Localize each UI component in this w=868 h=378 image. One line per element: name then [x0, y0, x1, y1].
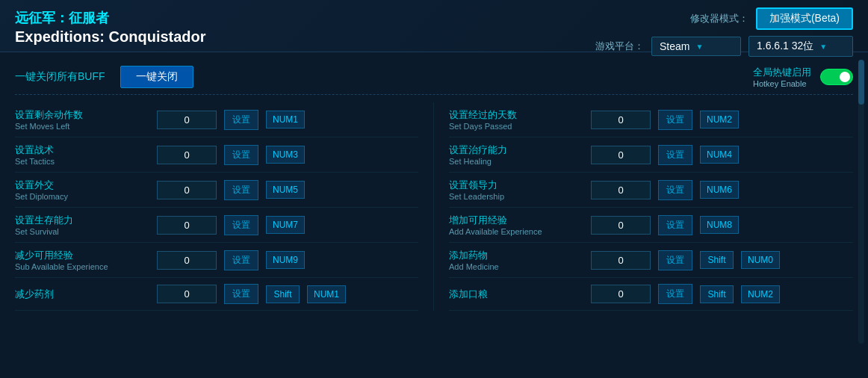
- label-zh-4: 减少可用经验: [15, 249, 149, 262]
- key-badge-right-5b[interactable]: NUM2: [741, 285, 780, 303]
- label-en-0: Set Moves Left: [15, 122, 149, 131]
- set-btn-left-3[interactable]: 设置: [224, 215, 258, 235]
- r-label-en-4: Add Medicine: [449, 262, 583, 271]
- table-row: 设置战术 Set Tactics 设置 NUM3: [15, 137, 418, 173]
- set-btn-right-4[interactable]: 设置: [658, 250, 692, 270]
- r-label-zh-3: 增加可用经验: [449, 214, 583, 227]
- value-input-right-1[interactable]: [591, 146, 651, 164]
- label-zh-0: 设置剩余动作数: [15, 108, 149, 122]
- set-btn-left-1[interactable]: 设置: [224, 145, 258, 165]
- value-input-right-4[interactable]: [591, 251, 651, 270]
- r-label-en-3: Add Available Experience: [449, 227, 583, 236]
- key-badge-left-5a[interactable]: Shift: [266, 285, 300, 303]
- table-row: 设置经过的天数 Set Days Passed 设置 NUM2: [449, 102, 853, 137]
- set-btn-right-1[interactable]: 设置: [658, 145, 692, 165]
- label-zh-5: 减少药剂: [15, 288, 149, 301]
- key-badge-left-3[interactable]: NUM7: [266, 216, 305, 234]
- value-input-right-0[interactable]: [591, 111, 651, 129]
- table-row: 增加可用经验 Add Available Experience 设置 NUM8: [449, 208, 853, 243]
- mode-button[interactable]: 加强模式(Beta): [756, 7, 853, 30]
- table-row: 设置治疗能力 Set Healing 设置 NUM4: [449, 137, 853, 173]
- label-zh-2: 设置外交: [15, 179, 149, 192]
- right-settings-column: 设置经过的天数 Set Days Passed 设置 NUM2 设置治疗能力 S…: [434, 102, 853, 311]
- table-row: 添加口粮 设置 Shift NUM2: [449, 278, 853, 311]
- key-badge-right-4a[interactable]: Shift: [700, 251, 734, 269]
- value-input-right-2[interactable]: [591, 181, 651, 199]
- key-badge-right-3[interactable]: NUM8: [700, 216, 739, 234]
- close-all-buff-button[interactable]: 一键关闭: [120, 66, 193, 88]
- label-en-4: Sub Available Experience: [15, 262, 149, 271]
- label-en-1: Set Tactics: [15, 157, 149, 166]
- table-row: 添加药物 Add Medicine 设置 Shift NUM0: [449, 243, 853, 278]
- set-btn-right-5[interactable]: 设置: [658, 284, 692, 304]
- r-label-en-2: Set Leadership: [449, 192, 583, 201]
- key-badge-right-4b[interactable]: NUM0: [741, 251, 780, 269]
- r-label-zh-5: 添加口粮: [449, 288, 583, 301]
- r-label-zh-0: 设置经过的天数: [449, 108, 583, 122]
- buff-label: 一键关闭所有BUFF: [15, 70, 105, 84]
- table-row: 减少药剂 设置 Shift NUM1: [15, 278, 418, 311]
- set-btn-left-2[interactable]: 设置: [224, 180, 258, 200]
- value-input-left-3[interactable]: [157, 216, 217, 235]
- r-label-en-0: Set Days Passed: [449, 122, 583, 131]
- platform-value: Steam: [660, 40, 689, 52]
- value-input-right-3[interactable]: [591, 216, 651, 235]
- table-row: 减少可用经验 Sub Available Experience 设置 NUM9: [15, 243, 418, 278]
- version-dropdown[interactable]: 1.6.6.1 32位 ▼: [748, 36, 853, 57]
- r-label-zh-2: 设置领导力: [449, 179, 583, 192]
- key-badge-left-2[interactable]: NUM5: [266, 181, 305, 199]
- value-input-left-2[interactable]: [157, 181, 217, 199]
- value-input-left-5[interactable]: [157, 285, 217, 303]
- table-row: 设置领导力 Set Leadership 设置 NUM6: [449, 173, 853, 208]
- set-btn-right-2[interactable]: 设置: [658, 180, 692, 200]
- label-zh-1: 设置战术: [15, 143, 149, 157]
- key-badge-left-5b[interactable]: NUM1: [307, 285, 346, 303]
- value-input-left-4[interactable]: [157, 251, 217, 270]
- set-btn-right-3[interactable]: 设置: [658, 215, 692, 235]
- value-input-left-1[interactable]: [157, 146, 217, 164]
- key-badge-right-5a[interactable]: Shift: [700, 285, 734, 303]
- key-badge-right-0[interactable]: NUM2: [700, 111, 739, 128]
- table-row: 设置生存能力 Set Survival 设置 NUM7: [15, 208, 418, 243]
- label-en-2: Set Diplomacy: [15, 192, 149, 201]
- key-badge-left-4[interactable]: NUM9: [266, 251, 305, 269]
- label-en-3: Set Survival: [15, 227, 149, 236]
- label-zh-3: 设置生存能力: [15, 214, 149, 227]
- value-input-right-5[interactable]: [591, 285, 651, 303]
- scrollbar[interactable]: [858, 60, 864, 344]
- hotkey-label-zh: 全局热键启用: [753, 66, 811, 79]
- key-badge-right-2[interactable]: NUM6: [700, 181, 739, 199]
- table-row: 设置剩余动作数 Set Moves Left 设置 NUM1: [15, 102, 418, 137]
- hotkey-label-en: Hotkey Enable: [753, 79, 811, 88]
- hotkey-toggle[interactable]: [820, 69, 853, 85]
- platform-dropdown[interactable]: Steam ▼: [651, 37, 741, 56]
- set-btn-left-0[interactable]: 设置: [224, 110, 258, 130]
- version-value: 1.6.6.1 32位: [757, 40, 813, 53]
- key-badge-left-1[interactable]: NUM3: [266, 146, 305, 164]
- set-btn-right-0[interactable]: 设置: [658, 110, 692, 130]
- version-arrow-icon: ▼: [819, 43, 827, 51]
- platform-label: 游戏平台：: [595, 40, 644, 53]
- set-btn-left-4[interactable]: 设置: [224, 250, 258, 270]
- table-row: 设置外交 Set Diplomacy 设置 NUM5: [15, 173, 418, 208]
- left-settings-column: 设置剩余动作数 Set Moves Left 设置 NUM1 设置战术 Set …: [15, 102, 434, 311]
- r-label-zh-4: 添加药物: [449, 249, 583, 262]
- set-btn-left-5[interactable]: 设置: [224, 284, 258, 304]
- key-badge-left-0[interactable]: NUM1: [266, 111, 305, 128]
- r-label-en-1: Set Healing: [449, 157, 583, 166]
- r-label-zh-1: 设置治疗能力: [449, 143, 583, 157]
- platform-arrow-icon: ▼: [695, 43, 703, 51]
- value-input-left-0[interactable]: [157, 111, 217, 129]
- mode-label: 修改器模式：: [690, 12, 748, 25]
- key-badge-right-1[interactable]: NUM4: [700, 146, 739, 164]
